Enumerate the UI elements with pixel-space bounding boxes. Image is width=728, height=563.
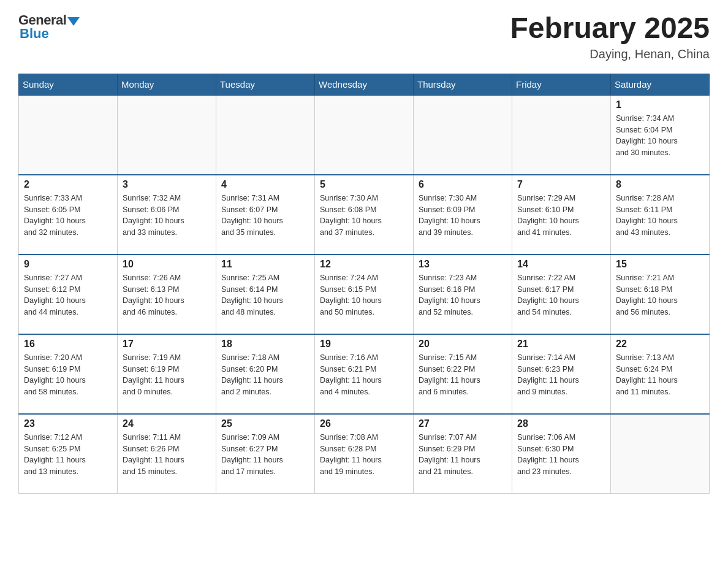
day-number: 12: [320, 259, 408, 270]
day-info: Sunrise: 7:18 AMSunset: 6:20 PMDaylight:…: [221, 352, 309, 398]
day-info: Sunrise: 7:24 AMSunset: 6:15 PMDaylight:…: [320, 272, 408, 318]
calendar-cell: 4Sunrise: 7:31 AMSunset: 6:07 PMDaylight…: [216, 175, 315, 255]
day-info: Sunrise: 7:12 AMSunset: 6:25 PMDaylight:…: [24, 432, 112, 478]
calendar-cell: 7Sunrise: 7:29 AMSunset: 6:10 PMDaylight…: [512, 175, 611, 255]
weekday-header-wednesday: Wednesday: [315, 74, 414, 95]
weekday-header-friday: Friday: [512, 74, 611, 95]
calendar-table: SundayMondayTuesdayWednesdayThursdayFrid…: [18, 74, 710, 494]
calendar-cell: [315, 95, 414, 175]
day-number: 1: [616, 99, 704, 110]
logo: General Blue: [18, 12, 80, 42]
weekday-header-thursday: Thursday: [414, 74, 512, 95]
day-info: Sunrise: 7:30 AMSunset: 6:09 PMDaylight:…: [419, 193, 507, 239]
day-number: 26: [320, 418, 408, 429]
calendar-header-row: SundayMondayTuesdayWednesdayThursdayFrid…: [19, 74, 710, 95]
calendar-cell: 12Sunrise: 7:24 AMSunset: 6:15 PMDayligh…: [315, 255, 414, 334]
calendar-cell: 17Sunrise: 7:19 AMSunset: 6:19 PMDayligh…: [118, 334, 216, 414]
calendar-cell: 27Sunrise: 7:07 AMSunset: 6:29 PMDayligh…: [414, 414, 512, 494]
calendar-cell: 25Sunrise: 7:09 AMSunset: 6:27 PMDayligh…: [216, 414, 315, 494]
calendar-cell: 14Sunrise: 7:22 AMSunset: 6:17 PMDayligh…: [512, 255, 611, 334]
calendar-cell: 16Sunrise: 7:20 AMSunset: 6:19 PMDayligh…: [19, 334, 118, 414]
calendar-cell: 13Sunrise: 7:23 AMSunset: 6:16 PMDayligh…: [414, 255, 512, 334]
calendar-cell: 8Sunrise: 7:28 AMSunset: 6:11 PMDaylight…: [611, 175, 710, 255]
day-info: Sunrise: 7:23 AMSunset: 6:16 PMDaylight:…: [419, 272, 507, 318]
calendar-cell: [611, 414, 710, 494]
calendar-cell: [512, 95, 611, 175]
calendar-cell: 22Sunrise: 7:13 AMSunset: 6:24 PMDayligh…: [611, 334, 710, 414]
day-info: Sunrise: 7:07 AMSunset: 6:29 PMDaylight:…: [419, 432, 507, 478]
day-number: 9: [24, 259, 112, 270]
logo-blue-text: Blue: [20, 26, 49, 42]
day-number: 22: [616, 339, 704, 350]
day-number: 7: [517, 179, 605, 190]
day-info: Sunrise: 7:30 AMSunset: 6:08 PMDaylight:…: [320, 193, 408, 239]
day-number: 8: [616, 179, 704, 190]
calendar-cell: 20Sunrise: 7:15 AMSunset: 6:22 PMDayligh…: [414, 334, 512, 414]
day-number: 4: [221, 179, 309, 190]
calendar-cell: 23Sunrise: 7:12 AMSunset: 6:25 PMDayligh…: [19, 414, 118, 494]
weekday-header-monday: Monday: [118, 74, 216, 95]
day-number: 6: [419, 179, 507, 190]
day-info: Sunrise: 7:08 AMSunset: 6:28 PMDaylight:…: [320, 432, 408, 478]
day-info: Sunrise: 7:33 AMSunset: 6:05 PMDaylight:…: [24, 193, 112, 239]
day-info: Sunrise: 7:11 AMSunset: 6:26 PMDaylight:…: [123, 432, 211, 478]
day-number: 21: [517, 339, 605, 350]
day-info: Sunrise: 7:13 AMSunset: 6:24 PMDaylight:…: [616, 352, 704, 398]
calendar-cell: [414, 95, 512, 175]
calendar-title: February 2025: [510, 12, 710, 45]
day-info: Sunrise: 7:29 AMSunset: 6:10 PMDaylight:…: [517, 193, 605, 239]
day-number: 5: [320, 179, 408, 190]
calendar-cell: 1Sunrise: 7:34 AMSunset: 6:04 PMDaylight…: [611, 95, 710, 175]
day-info: Sunrise: 7:27 AMSunset: 6:12 PMDaylight:…: [24, 272, 112, 318]
calendar-cell: 24Sunrise: 7:11 AMSunset: 6:26 PMDayligh…: [118, 414, 216, 494]
day-info: Sunrise: 7:09 AMSunset: 6:27 PMDaylight:…: [221, 432, 309, 478]
calendar-cell: 15Sunrise: 7:21 AMSunset: 6:18 PMDayligh…: [611, 255, 710, 334]
day-info: Sunrise: 7:19 AMSunset: 6:19 PMDaylight:…: [123, 352, 211, 398]
day-number: 20: [419, 339, 507, 350]
calendar-cell: 2Sunrise: 7:33 AMSunset: 6:05 PMDaylight…: [19, 175, 118, 255]
day-info: Sunrise: 7:28 AMSunset: 6:11 PMDaylight:…: [616, 193, 704, 239]
day-info: Sunrise: 7:22 AMSunset: 6:17 PMDaylight:…: [517, 272, 605, 318]
calendar-cell: 11Sunrise: 7:25 AMSunset: 6:14 PMDayligh…: [216, 255, 315, 334]
day-number: 15: [616, 259, 704, 270]
calendar-cell: 26Sunrise: 7:08 AMSunset: 6:28 PMDayligh…: [315, 414, 414, 494]
day-info: Sunrise: 7:16 AMSunset: 6:21 PMDaylight:…: [320, 352, 408, 398]
day-number: 3: [123, 179, 211, 190]
calendar-cell: 18Sunrise: 7:18 AMSunset: 6:20 PMDayligh…: [216, 334, 315, 414]
day-number: 14: [517, 259, 605, 270]
weekday-header-sunday: Sunday: [19, 74, 118, 95]
day-info: Sunrise: 7:26 AMSunset: 6:13 PMDaylight:…: [123, 272, 211, 318]
day-info: Sunrise: 7:32 AMSunset: 6:06 PMDaylight:…: [123, 193, 211, 239]
day-number: 23: [24, 418, 112, 429]
weekday-header-tuesday: Tuesday: [216, 74, 315, 95]
calendar-cell: [216, 95, 315, 175]
day-number: 24: [123, 418, 211, 429]
day-number: 2: [24, 179, 112, 190]
day-info: Sunrise: 7:21 AMSunset: 6:18 PMDaylight:…: [616, 272, 704, 318]
day-number: 27: [419, 418, 507, 429]
day-info: Sunrise: 7:34 AMSunset: 6:04 PMDaylight:…: [616, 113, 704, 159]
day-info: Sunrise: 7:15 AMSunset: 6:22 PMDaylight:…: [419, 352, 507, 398]
calendar-header: February 2025 Daying, Henan, China: [510, 12, 710, 61]
day-info: Sunrise: 7:31 AMSunset: 6:07 PMDaylight:…: [221, 193, 309, 239]
logo-arrow-icon: [67, 17, 80, 26]
calendar-cell: [19, 95, 118, 175]
calendar-cell: 3Sunrise: 7:32 AMSunset: 6:06 PMDaylight…: [118, 175, 216, 255]
day-number: 19: [320, 339, 408, 350]
day-number: 28: [517, 418, 605, 429]
day-number: 11: [221, 259, 309, 270]
calendar-cell: 28Sunrise: 7:06 AMSunset: 6:30 PMDayligh…: [512, 414, 611, 494]
calendar-cell: 10Sunrise: 7:26 AMSunset: 6:13 PMDayligh…: [118, 255, 216, 334]
calendar-cell: 9Sunrise: 7:27 AMSunset: 6:12 PMDaylight…: [19, 255, 118, 334]
day-info: Sunrise: 7:20 AMSunset: 6:19 PMDaylight:…: [24, 352, 112, 398]
day-number: 16: [24, 339, 112, 350]
calendar-cell: 21Sunrise: 7:14 AMSunset: 6:23 PMDayligh…: [512, 334, 611, 414]
calendar-cell: 5Sunrise: 7:30 AMSunset: 6:08 PMDaylight…: [315, 175, 414, 255]
weekday-header-saturday: Saturday: [611, 74, 710, 95]
day-number: 17: [123, 339, 211, 350]
day-number: 18: [221, 339, 309, 350]
day-number: 10: [123, 259, 211, 270]
day-info: Sunrise: 7:25 AMSunset: 6:14 PMDaylight:…: [221, 272, 309, 318]
day-number: 13: [419, 259, 507, 270]
page-header: General Blue February 2025 Daying, Henan…: [18, 12, 710, 61]
